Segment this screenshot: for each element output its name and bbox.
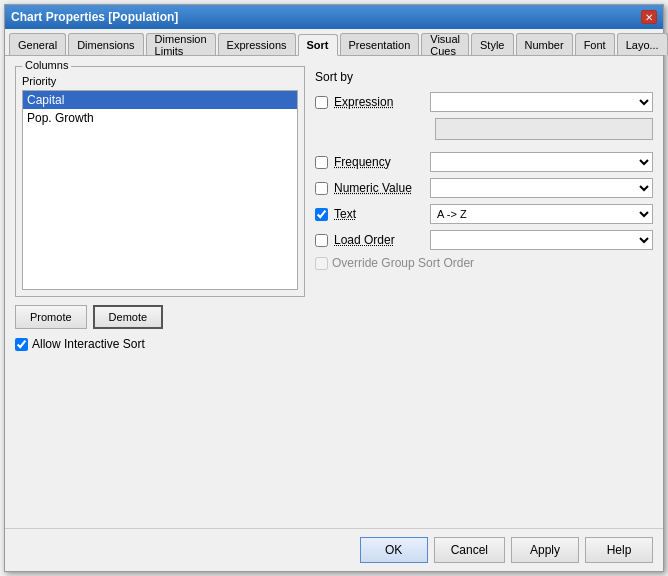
ok-button[interactable]: OK: [360, 537, 428, 563]
numeric-value-select[interactable]: [430, 178, 653, 198]
expression-row: Expression: [315, 92, 653, 112]
tabs-bar: General Dimensions Dimension Limits Expr…: [5, 29, 663, 56]
text-label: Text: [334, 207, 424, 221]
help-button[interactable]: Help: [585, 537, 653, 563]
title-bar: Chart Properties [Population] ✕: [5, 5, 663, 29]
expression-select[interactable]: [430, 92, 653, 112]
footer: OK Cancel Apply Help: [5, 528, 663, 571]
override-checkbox[interactable]: [315, 257, 328, 270]
demote-button[interactable]: Demote: [93, 305, 164, 329]
allow-interactive-sort-checkbox[interactable]: [15, 338, 28, 351]
expression-text-input[interactable]: [435, 118, 653, 140]
expression-label: Expression: [334, 95, 424, 109]
tab-presentation[interactable]: Presentation: [340, 33, 420, 55]
window-title: Chart Properties [Population]: [11, 10, 178, 24]
load-order-label: Load Order: [334, 233, 424, 247]
tab-layout[interactable]: Layo...: [617, 33, 668, 55]
promote-demote-row: Promote Demote: [15, 305, 305, 329]
frequency-label: Frequency: [334, 155, 424, 169]
sort-by-label: Sort by: [315, 70, 653, 84]
tab-expressions[interactable]: Expressions: [218, 33, 296, 55]
load-order-checkbox[interactable]: [315, 234, 328, 247]
tab-visual-cues[interactable]: Visual Cues: [421, 33, 469, 55]
numeric-value-label: Numeric Value: [334, 181, 424, 195]
tab-dimensions[interactable]: Dimensions: [68, 33, 143, 55]
left-panel: Columns Priority Capital Pop. Growth Pro…: [15, 66, 305, 518]
frequency-select[interactable]: [430, 152, 653, 172]
tab-sort[interactable]: Sort: [298, 34, 338, 56]
text-checkbox[interactable]: [315, 208, 328, 221]
allow-interactive-sort-row: Allow Interactive Sort: [15, 337, 305, 351]
promote-button[interactable]: Promote: [15, 305, 87, 329]
right-panel: Sort by Expression Frequency: [315, 66, 653, 518]
apply-button[interactable]: Apply: [511, 537, 579, 563]
expression-checkbox[interactable]: [315, 96, 328, 109]
columns-group-label: Columns: [22, 59, 71, 71]
close-button[interactable]: ✕: [641, 10, 657, 24]
priority-list[interactable]: Capital Pop. Growth: [22, 90, 298, 290]
text-row: Text A -> Z Z -> A: [315, 204, 653, 224]
numeric-value-checkbox[interactable]: [315, 182, 328, 195]
columns-group: Columns Priority Capital Pop. Growth: [15, 66, 305, 297]
cancel-button[interactable]: Cancel: [434, 537, 505, 563]
override-row: Override Group Sort Order: [315, 256, 653, 270]
tab-general[interactable]: General: [9, 33, 66, 55]
tab-style[interactable]: Style: [471, 33, 513, 55]
load-order-row: Load Order: [315, 230, 653, 250]
main-area: Columns Priority Capital Pop. Growth Pro…: [15, 66, 653, 518]
list-item[interactable]: Capital: [23, 91, 297, 109]
tab-dimension-limits[interactable]: Dimension Limits: [146, 33, 216, 55]
allow-interactive-sort-label: Allow Interactive Sort: [32, 337, 145, 351]
priority-label: Priority: [22, 75, 298, 87]
numeric-value-row: Numeric Value: [315, 178, 653, 198]
dialog: Chart Properties [Population] ✕ General …: [4, 4, 664, 572]
text-select[interactable]: A -> Z Z -> A: [430, 204, 653, 224]
load-order-select[interactable]: [430, 230, 653, 250]
tab-font[interactable]: Font: [575, 33, 615, 55]
frequency-row: Frequency: [315, 152, 653, 172]
tab-number[interactable]: Number: [516, 33, 573, 55]
frequency-checkbox[interactable]: [315, 156, 328, 169]
list-item[interactable]: Pop. Growth: [23, 109, 297, 127]
tab-content: Columns Priority Capital Pop. Growth Pro…: [5, 56, 663, 528]
override-label: Override Group Sort Order: [332, 256, 474, 270]
